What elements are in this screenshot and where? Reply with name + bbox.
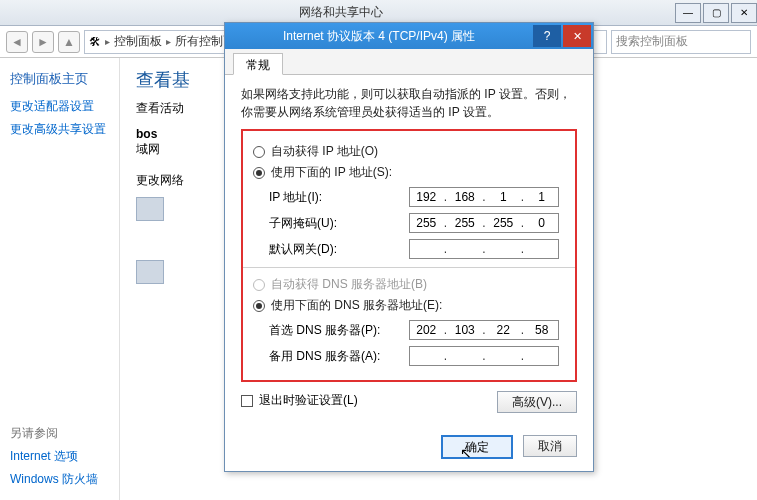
radio-dns-manual-label: 使用下面的 DNS 服务器地址(E): [271,297,442,314]
radio-ip-manual-label: 使用下面的 IP 地址(S): [271,164,392,181]
network-icon [136,197,164,221]
dialog-description: 如果网络支持此功能，则可以获取自动指派的 IP 设置。否则，你需要从网络系统管理… [241,85,577,121]
highlight-box: 自动获得 IP 地址(O) 使用下面的 IP 地址(S): IP 地址(I): … [241,129,577,382]
dns2-input[interactable]: . . . [409,346,559,366]
dialog-close-button[interactable]: ✕ [563,25,591,47]
sidebar-link-sharing[interactable]: 更改高级共享设置 [10,121,109,138]
radio-dns-manual[interactable]: 使用下面的 DNS 服务器地址(E): [253,297,565,314]
cancel-button[interactable]: 取消 [523,435,577,457]
dns2-label: 备用 DNS 服务器(A): [269,348,409,365]
radio-icon-selected [253,167,265,179]
radio-icon-disabled [253,279,265,291]
parent-window-title: 网络和共享中心 [8,4,673,21]
radio-ip-auto[interactable]: 自动获得 IP 地址(O) [253,143,565,160]
nav-forward-button[interactable]: ► [32,31,54,53]
checkbox-icon [241,395,253,407]
see-also-internet-options[interactable]: Internet 选项 [10,448,98,465]
subnet-mask-label: 子网掩码(U): [269,215,409,232]
search-input[interactable]: 搜索控制面板 [611,30,751,54]
radio-dns-auto: 自动获得 DNS 服务器地址(B) [253,276,565,293]
ok-button[interactable]: 确定 [441,435,513,459]
see-also-title: 另请参阅 [10,425,98,442]
validate-label: 退出时验证设置(L) [259,392,358,409]
see-also: 另请参阅 Internet 选项 Windows 防火墙 [10,425,98,494]
close-button[interactable]: ✕ [731,3,757,23]
dialog-titlebar: Internet 协议版本 4 (TCP/IPv4) 属性 ? ✕ [225,23,593,49]
advanced-button[interactable]: 高级(V)... [497,391,577,413]
radio-ip-auto-label: 自动获得 IP 地址(O) [271,143,378,160]
gateway-label: 默认网关(D): [269,241,409,258]
maximize-button[interactable]: ▢ [703,3,729,23]
radio-icon [253,146,265,158]
help-button[interactable]: ? [533,25,561,47]
subnet-mask-input[interactable]: 255. 255. 255. 0 [409,213,559,233]
radio-ip-manual[interactable]: 使用下面的 IP 地址(S): [253,164,565,181]
radio-icon-selected [253,300,265,312]
dialog-title: Internet 协议版本 4 (TCP/IPv4) 属性 [225,28,533,45]
tab-strip: 常规 [225,49,593,75]
dns1-input[interactable]: 202. 103. 22. 58 [409,320,559,340]
see-also-firewall[interactable]: Windows 防火墙 [10,471,98,488]
network-icon-2 [136,260,164,284]
dns1-label: 首选 DNS 服务器(P): [269,322,409,339]
ip-address-label: IP 地址(I): [269,189,409,206]
sidebar-link-adapter[interactable]: 更改适配器设置 [10,98,109,115]
nav-back-button[interactable]: ◄ [6,31,28,53]
minimize-button[interactable]: — [675,3,701,23]
gateway-input[interactable]: . . . [409,239,559,259]
tab-general[interactable]: 常规 [233,53,283,75]
radio-dns-auto-label: 自动获得 DNS 服务器地址(B) [271,276,427,293]
nav-up-button[interactable]: ▲ [58,31,80,53]
control-panel-icon: 🛠 [89,35,101,49]
ipv4-properties-dialog: Internet 协议版本 4 (TCP/IPv4) 属性 ? ✕ 常规 如果网… [224,22,594,472]
sidebar-home[interactable]: 控制面板主页 [10,70,109,88]
crumb-control-panel[interactable]: 控制面板 [114,33,162,50]
ip-address-input[interactable]: 192. 168. 1. 1 [409,187,559,207]
